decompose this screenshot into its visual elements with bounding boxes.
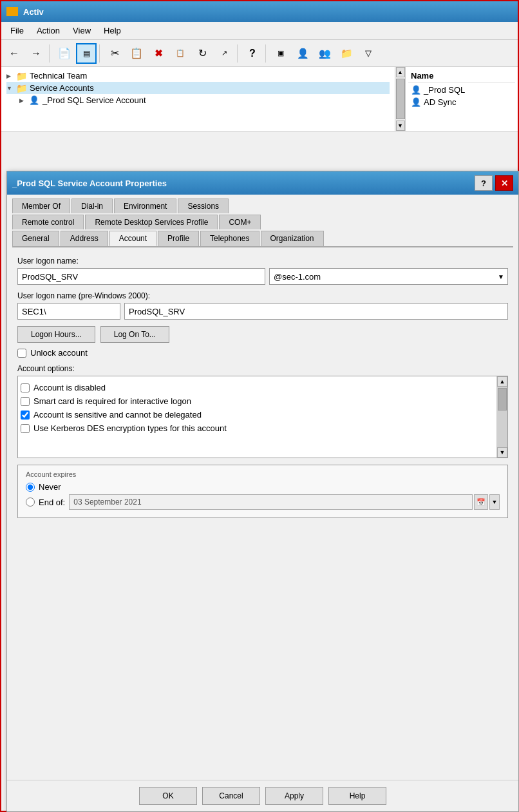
scroll-up-arrow[interactable]: ▲: [396, 67, 405, 77]
tree-area: ▶ 📁 Technical Team ▼ 📁 Service Accounts …: [1, 67, 395, 131]
tab-telephones[interactable]: Telephones: [200, 231, 259, 246]
tab-remote-control[interactable]: Remote control: [12, 215, 84, 229]
tree-expand-arrow: ▶: [19, 97, 28, 104]
calendar-button[interactable]: 📅: [474, 494, 488, 510]
option-sensitive-checkbox[interactable]: [21, 411, 30, 420]
new-group-button[interactable]: 👥: [314, 43, 335, 64]
tree-expand-arrow: ▼: [6, 85, 15, 92]
forward-button[interactable]: →: [26, 43, 46, 64]
option-disabled-checkbox[interactable]: [21, 383, 30, 392]
menu-file[interactable]: File: [4, 23, 30, 38]
refresh-button[interactable]: ↻: [192, 43, 212, 64]
new-user-button[interactable]: 👤: [292, 43, 313, 64]
tab-organization[interactable]: Organization: [261, 231, 324, 246]
outer-window: ■ Activ File Action View Help ← → 📄 ▤ ✂ …: [0, 0, 519, 812]
option-smartcard-checkbox[interactable]: [21, 397, 30, 406]
tree-item-technical-team[interactable]: ▶ 📁 Technical Team: [6, 70, 390, 82]
right-panel-item-label: _Prod SQL: [424, 85, 465, 95]
new-folder-button[interactable]: 📁: [336, 43, 357, 64]
account-options-list: Account is disabled Smart card is requir…: [18, 376, 507, 440]
open-button[interactable]: 📄: [54, 43, 75, 64]
menu-bar: File Action View Help: [1, 22, 518, 40]
logon-hours-button[interactable]: Logon Hours...: [17, 326, 95, 343]
tree-item-label: Technical Team: [30, 71, 87, 81]
end-of-radio[interactable]: [26, 498, 35, 507]
tab-profile[interactable]: Profile: [158, 231, 199, 246]
tree-item-label: _Prod SQL Service Account: [42, 95, 146, 105]
toolbar-sep-3: [237, 44, 240, 63]
help-bottom-button[interactable]: Help: [328, 787, 386, 805]
export-button[interactable]: ↗: [214, 43, 234, 64]
dialog-title-buttons: ? ✕: [475, 175, 513, 191]
scroll-down-arrow[interactable]: ▼: [396, 121, 405, 131]
pre-win2000-domain-input[interactable]: [17, 303, 120, 320]
delete-button[interactable]: ✖: [148, 43, 169, 64]
options-scroll-up[interactable]: ▲: [497, 376, 507, 387]
copy-button[interactable]: 📋: [126, 43, 147, 64]
options-scrollbar: ▲ ▼: [496, 376, 507, 458]
account-options-container: Account is disabled Smart card is requir…: [17, 376, 508, 458]
bottom-button-row: OK Cancel Apply Help: [7, 780, 518, 811]
properties-button[interactable]: 📋: [170, 43, 191, 64]
option-smartcard-row: Smart card is required for interactive l…: [21, 396, 495, 406]
toolbar-sep-4: [265, 44, 268, 63]
apply-button[interactable]: Apply: [265, 787, 323, 805]
right-panel-item-label: AD Sync: [424, 97, 457, 107]
option-smartcard-label: Smart card is required for interactive l…: [33, 396, 191, 406]
option-disabled-label: Account is disabled: [33, 383, 106, 392]
unlock-account-row: Unlock account: [17, 348, 508, 358]
title-bar: ■ Activ: [1, 1, 518, 22]
menu-view[interactable]: View: [66, 23, 97, 38]
account-expires-title: Account expires: [26, 470, 500, 478]
toolbar: ← → 📄 ▤ ✂ 📋 ✖ 📋 ↻ ↗ ? ▣ 👤 👥 📁 ▽: [1, 40, 518, 67]
tab-strip: Member Of Dial-in Environment Sessions R…: [7, 195, 518, 247]
menu-help[interactable]: Help: [97, 23, 127, 38]
user-icon: 👤: [28, 96, 40, 105]
option-kerberos-label: Use Kerberos DES encryption types for th…: [33, 423, 227, 433]
scroll-thumb[interactable]: [396, 79, 405, 119]
cancel-button[interactable]: Cancel: [202, 787, 260, 805]
date-input[interactable]: [69, 494, 473, 510]
tab-member-of[interactable]: Member Of: [12, 198, 70, 213]
dialog-body: User logon name: @sec-1.com ▼ User logon…: [7, 247, 518, 780]
pre-win2000-label: User logon name (pre-Windows 2000):: [17, 291, 508, 300]
ok-button[interactable]: OK: [139, 787, 197, 805]
tab-address[interactable]: Address: [61, 231, 108, 246]
option-disabled-row: Account is disabled: [21, 383, 495, 392]
folder-icon: 📁: [15, 84, 27, 93]
tab-rdp[interactable]: Remote Desktop Services Profile: [85, 215, 218, 229]
option-kerberos-checkbox[interactable]: [21, 424, 30, 433]
domain-dropdown[interactable]: @sec-1.com: [269, 268, 508, 285]
options-scroll-thumb[interactable]: [498, 388, 507, 411]
tab-environment[interactable]: Environment: [114, 198, 176, 213]
filter-button[interactable]: ▽: [358, 43, 379, 64]
tree-item-service-accounts[interactable]: ▼ 📁 Service Accounts: [6, 82, 390, 94]
help-button[interactable]: ?: [242, 43, 263, 64]
tab-dial-in[interactable]: Dial-in: [71, 198, 113, 213]
console-button[interactable]: ▤: [76, 43, 97, 64]
right-panel-item-0[interactable]: 👤 _Prod SQL: [408, 84, 515, 96]
user-logon-input[interactable]: [17, 268, 265, 285]
date-dropdown-arrow[interactable]: ▼: [489, 494, 500, 510]
tab-account[interactable]: Account: [109, 231, 156, 246]
tab-com[interactable]: COM+: [219, 215, 261, 229]
never-radio[interactable]: [26, 483, 35, 492]
unlock-account-checkbox[interactable]: [17, 349, 26, 358]
tree-expand-arrow: ▶: [6, 73, 15, 79]
options-scroll-down[interactable]: ▼: [497, 447, 507, 458]
option-kerberos-row: Use Kerberos DES encryption types for th…: [21, 423, 495, 433]
tree-item-prod-sql[interactable]: ▶ 👤 _Prod SQL Service Account: [6, 94, 390, 106]
dialog-help-button[interactable]: ?: [475, 175, 493, 191]
back-button[interactable]: ←: [4, 43, 24, 64]
menu-action[interactable]: Action: [30, 23, 66, 38]
cut-button[interactable]: ✂: [104, 43, 125, 64]
view-button[interactable]: ▣: [270, 43, 291, 64]
right-panel-item-1[interactable]: 👤 AD Sync: [408, 96, 515, 108]
log-on-to-button[interactable]: Log On To...: [100, 326, 169, 343]
never-row: Never: [26, 482, 500, 492]
end-of-label: End of:: [39, 498, 65, 507]
tab-general[interactable]: General: [12, 231, 59, 246]
pre-win2000-name-input[interactable]: [124, 303, 508, 320]
tab-sessions[interactable]: Sessions: [178, 198, 229, 213]
dialog-close-button[interactable]: ✕: [495, 175, 513, 191]
